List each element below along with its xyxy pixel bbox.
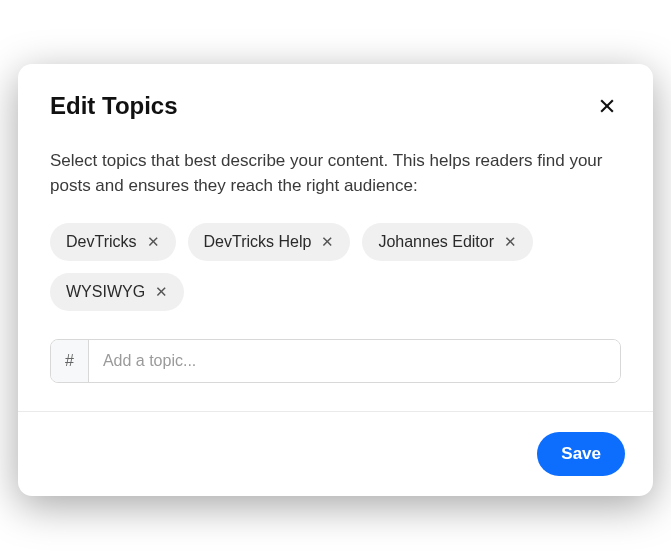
tag-label: WYSIWYG bbox=[66, 283, 145, 301]
edit-topics-modal: Edit Topics Select topics that best desc… bbox=[18, 64, 653, 496]
modal-description: Select topics that best describe your co… bbox=[50, 148, 621, 199]
input-prefix: # bbox=[51, 340, 89, 382]
tag-remove-button[interactable]: ✕ bbox=[504, 234, 517, 249]
x-icon: ✕ bbox=[147, 234, 160, 249]
tag-remove-button[interactable]: ✕ bbox=[321, 234, 334, 249]
tag-label: DevTricks Help bbox=[204, 233, 312, 251]
topic-input-group: # bbox=[50, 339, 621, 383]
tag-chip: DevTricks Help ✕ bbox=[188, 223, 351, 261]
tag-label: Johannes Editor bbox=[378, 233, 494, 251]
tag-chip: DevTricks ✕ bbox=[50, 223, 176, 261]
save-button[interactable]: Save bbox=[537, 432, 625, 476]
x-icon: ✕ bbox=[504, 234, 517, 249]
tag-chip: WYSIWYG ✕ bbox=[50, 273, 184, 311]
modal-header: Edit Topics bbox=[18, 64, 653, 132]
modal-footer: Save bbox=[18, 411, 653, 496]
modal-body: Select topics that best describe your co… bbox=[18, 132, 653, 411]
close-icon bbox=[597, 96, 617, 116]
tag-label: DevTricks bbox=[66, 233, 137, 251]
tag-remove-button[interactable]: ✕ bbox=[155, 284, 168, 299]
modal-title: Edit Topics bbox=[50, 92, 178, 120]
x-icon: ✕ bbox=[321, 234, 334, 249]
close-button[interactable] bbox=[593, 92, 621, 120]
x-icon: ✕ bbox=[155, 284, 168, 299]
tag-remove-button[interactable]: ✕ bbox=[147, 234, 160, 249]
tag-chip: Johannes Editor ✕ bbox=[362, 223, 533, 261]
tags-container: DevTricks ✕ DevTricks Help ✕ Johannes Ed… bbox=[50, 223, 621, 311]
topic-input[interactable] bbox=[89, 340, 620, 382]
